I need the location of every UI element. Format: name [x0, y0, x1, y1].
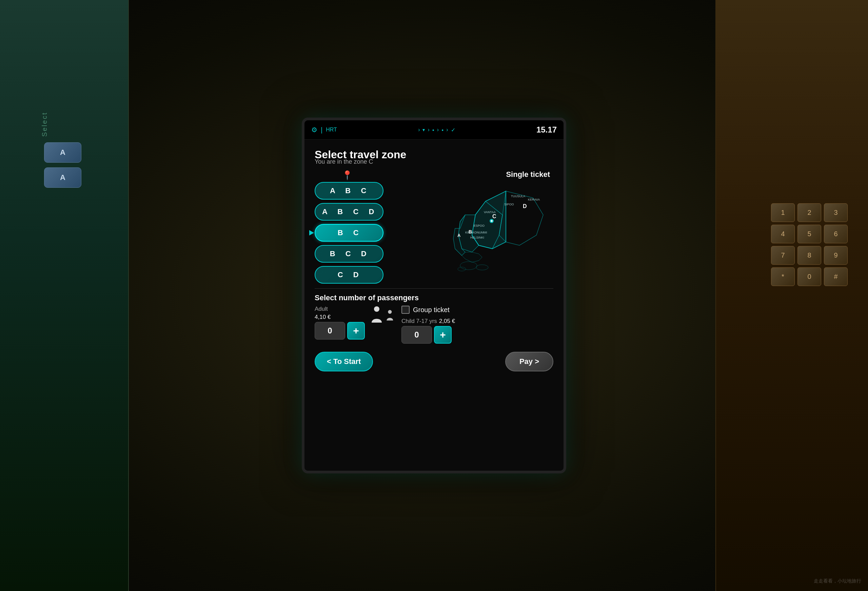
- child-plus-button[interactable]: +: [434, 326, 452, 343]
- hrt-icon: HRT: [326, 127, 337, 133]
- key-0[interactable]: 0: [797, 267, 821, 286]
- map-svg: D C B A TUUSULA KERAVA SIPOO VANTAA ESPO…: [438, 181, 554, 276]
- screen-subtitle: You are in the zone C: [314, 158, 554, 165]
- key-6[interactable]: 6: [824, 225, 848, 243]
- key-2[interactable]: 2: [797, 203, 821, 222]
- watermark: 走走看看，小坛地旅行: [814, 578, 861, 584]
- svg-point-16: [491, 220, 493, 222]
- svg-text:A: A: [458, 233, 461, 238]
- bottom-buttons: < To Start Pay >: [314, 352, 554, 371]
- svg-point-3: [458, 267, 466, 271]
- child-label: Child 7-17 yrs: [402, 318, 437, 325]
- svg-text:D: D: [523, 203, 527, 209]
- key-8[interactable]: 8: [797, 246, 821, 265]
- group-ticket-area: Group ticket: [402, 306, 455, 314]
- zone-btn-bc[interactable]: B C: [314, 224, 384, 242]
- child-count-display: 0: [402, 326, 432, 343]
- key-hash[interactable]: #: [824, 267, 848, 286]
- person-icons: [370, 306, 396, 325]
- key-4[interactable]: 4: [771, 225, 795, 243]
- map-area: Single ticket: [390, 170, 554, 276]
- right-panel: 1 2 3 4 5 6 7 8 9 * 0 #: [715, 0, 868, 591]
- key-7[interactable]: 7: [771, 246, 795, 265]
- left-panel: Select A A: [0, 0, 129, 591]
- key-9[interactable]: 9: [824, 246, 848, 265]
- passengers-row: Adult 4,10 € 0 +: [314, 306, 554, 343]
- zone-area: 📍 A B C A B C D B C B C D C D Single tic…: [314, 170, 554, 284]
- adult-count-display: 0: [314, 322, 345, 339]
- back-to-start-button[interactable]: < To Start: [314, 352, 373, 371]
- svg-text:C: C: [492, 214, 496, 219]
- map-title: Single ticket: [390, 170, 554, 179]
- zone-column: 📍 A B C A B C D B C B C D C D: [314, 170, 384, 284]
- pay-button[interactable]: Pay >: [505, 352, 554, 371]
- passengers-title: Select number of passengers: [314, 293, 554, 302]
- left-buttons: A A: [44, 142, 81, 188]
- child-counter-row: 0 +: [402, 326, 455, 343]
- passengers-section: Select number of passengers Adult 4,10 €…: [314, 288, 554, 343]
- status-time: 15.17: [536, 125, 557, 134]
- title-section: Select travel zone You are in the zone C: [314, 149, 554, 165]
- zone-buttons: A B C A B C D B C B C D C D: [314, 182, 384, 284]
- right-section: Group ticket Child 7-17 yrs 2,05 € 0 +: [402, 306, 455, 343]
- nav-arrow-1: ›: [418, 127, 420, 133]
- svg-text:TUUSULA: TUUSULA: [511, 195, 525, 198]
- svg-point-18: [388, 310, 392, 314]
- svg-point-17: [374, 307, 379, 312]
- separator: |: [321, 126, 322, 134]
- child-price: 2,05 €: [439, 318, 455, 325]
- svg-text:HELSINKI: HELSINKI: [470, 236, 484, 239]
- zone-btn-abc[interactable]: A B C: [314, 182, 384, 200]
- svg-text:VANTAA: VANTAA: [484, 211, 496, 214]
- child-label-price-row: Child 7-17 yrs 2,05 €: [402, 318, 455, 325]
- key-3[interactable]: 3: [824, 203, 848, 222]
- adult-price: 4,10 €: [314, 314, 365, 321]
- child-person-icon: [386, 309, 396, 323]
- zone-btn-bcd[interactable]: B C D: [314, 245, 384, 262]
- adult-label: Adult: [314, 306, 365, 312]
- gear-icon: ⚙: [311, 126, 317, 134]
- svg-point-2: [476, 265, 488, 270]
- status-nav: › ▾ › ● › ● › ✓: [418, 127, 455, 133]
- keypad: 1 2 3 4 5 6 7 8 9 * 0 #: [771, 203, 848, 286]
- left-panel-text: Select: [41, 112, 49, 137]
- key-1[interactable]: 1: [771, 203, 795, 222]
- svg-text:ESPOO: ESPOO: [474, 224, 484, 227]
- adult-group: Adult 4,10 € 0 +: [314, 306, 365, 339]
- adult-plus-button[interactable]: +: [347, 322, 365, 339]
- nav-dot-2: ●: [441, 128, 443, 132]
- location-pin-area: 📍: [342, 170, 353, 181]
- nav-dot-1: ●: [432, 128, 434, 132]
- adult-person-icon: [370, 306, 383, 323]
- svg-text:KIRKKONUMMI: KIRKKONUMMI: [465, 231, 487, 234]
- nav-arrow-4: ›: [446, 127, 448, 133]
- status-left: ⚙ | HRT: [311, 126, 337, 134]
- zone-btn-abcd[interactable]: A B C D: [314, 203, 384, 221]
- key-5[interactable]: 5: [797, 225, 821, 243]
- group-ticket-checkbox[interactable]: [402, 306, 410, 314]
- svg-text:KERAVA: KERAVA: [528, 198, 540, 201]
- nav-arrow-3: ›: [437, 127, 439, 133]
- status-bar: ⚙ | HRT › ▾ › ● › ● › ✓ 15.17: [304, 120, 564, 140]
- nav-dot-filled: ▾: [422, 127, 425, 133]
- group-ticket-label: Group ticket: [413, 306, 450, 314]
- left-btn-a2[interactable]: A: [44, 167, 81, 188]
- screen-container: ⚙ | HRT › ▾ › ● › ● › ✓ 15.17 Select tra…: [302, 118, 566, 473]
- nav-arrow-2: ›: [428, 127, 429, 133]
- key-star[interactable]: *: [771, 267, 795, 286]
- left-btn-a1[interactable]: A: [44, 142, 81, 163]
- zone-btn-cd[interactable]: C D: [314, 266, 384, 284]
- adult-counter-row: 0 +: [314, 322, 365, 339]
- svg-text:SIPOO: SIPOO: [504, 203, 514, 206]
- child-group: Child 7-17 yrs 2,05 € 0 +: [402, 318, 455, 343]
- location-pin-icon: 📍: [342, 170, 353, 181]
- screen-content: Select travel zone You are in the zone C…: [304, 140, 564, 471]
- screen-bezel: ⚙ | HRT › ▾ › ● › ● › ✓ 15.17 Select tra…: [302, 118, 566, 473]
- nav-check: ✓: [451, 127, 455, 133]
